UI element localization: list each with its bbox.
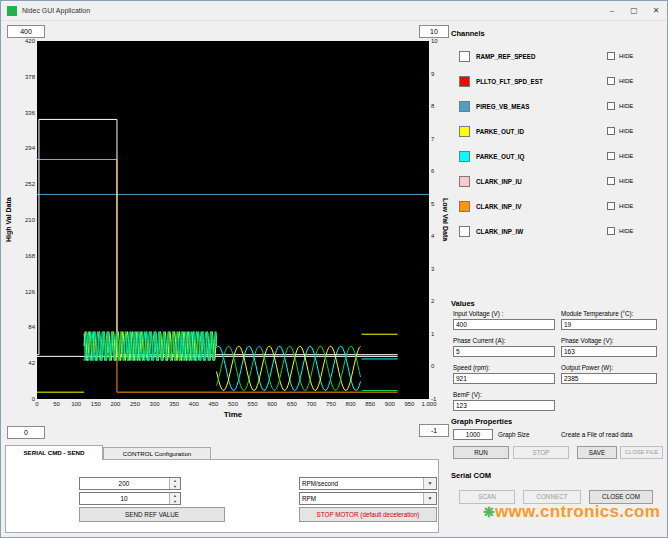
low-min-input[interactable]: -1 [419,424,449,437]
hide-checkbox[interactable] [607,152,615,160]
phase-current-field[interactable]: 5 [453,346,555,357]
ref-value-arrows[interactable]: ▲▼ [169,478,180,489]
tick-label: 750 [326,401,336,407]
speed-field[interactable]: 921 [453,373,555,384]
stop-button[interactable]: STOP [513,446,569,459]
create-file-label: Create a File of read data [561,431,632,438]
channel-label: CLARK_INP_IU [476,178,522,185]
field-label: BemF (V): [453,391,482,398]
tick-label: 210 [17,217,35,223]
channels-title: Channels [451,29,485,38]
high-min-input[interactable]: 0 [7,426,45,439]
unit2-value: RPM [302,493,422,504]
stop-motor-button[interactable]: STOP MOTOR (default deceleration) [299,507,437,522]
phase-voltage-field[interactable]: 163 [561,346,657,357]
tick-label: 100 [71,401,81,407]
hide-checkbox[interactable] [607,52,615,60]
channel-row: CLARK_INP_IW HIDE [449,226,665,239]
unit2-dropdown[interactable]: RPM ▼ [299,492,437,505]
ramp-value-arrows[interactable]: ▲▼ [169,493,180,504]
tick-label: 252 [17,181,35,187]
app-window: Nidec GUI Application – ▢ ✕ 400 10 0 -1 … [0,0,668,538]
channel-color-swatch [459,151,470,162]
minimize-button[interactable]: – [601,1,623,20]
output-power-field[interactable]: 2385 [561,373,657,384]
tick-label: 3 [431,266,443,272]
channel-label: CLARK_INP_IV [476,203,522,210]
channel-color-swatch [459,176,470,187]
field-label: Input Voltage (V) : [453,310,503,317]
hide-label: HIDE [619,203,633,209]
close-file-button[interactable]: CLOSE FILE [620,446,663,459]
module-temperature-field[interactable]: 19 [561,319,657,330]
tick-label: 0 [35,401,38,407]
channel-color-swatch [459,226,470,237]
left-axis-ticks: 42037833629425221016812684420 [17,41,35,399]
tick-label: 500 [228,401,238,407]
ref-value[interactable]: 200 [80,478,168,489]
hide-checkbox[interactable] [607,202,615,210]
graph-size-input[interactable]: 1000 [453,429,493,440]
hide-checkbox[interactable] [607,177,615,185]
tick-label: 50 [53,401,60,407]
hide-checkbox[interactable] [607,77,615,85]
left-axis-title: High Val Data [5,41,15,399]
channel-row: PIREG_VB_MEAS HIDE [449,101,665,114]
maximize-button[interactable]: ▢ [623,1,645,20]
low-max-input[interactable]: 10 [419,25,449,38]
high-max-input[interactable]: 400 [7,25,45,38]
x-axis-title: Time [37,410,429,419]
tick-label: 378 [17,74,35,80]
hide-label: HIDE [619,178,633,184]
tab-serial-cmd-send[interactable]: SERIAL CMD - SEND [5,445,103,460]
hide-checkbox[interactable] [607,102,615,110]
down-arrow-icon[interactable]: ▼ [170,484,180,490]
channel-row: CLARK_INP_IV HIDE [449,201,665,214]
tick-label: 0 [17,396,35,402]
hide-checkbox[interactable] [607,127,615,135]
channel-row: RAMP_REF_SPEED HIDE [449,51,665,64]
watermark-logo-icon: ❋ [483,504,495,520]
tick-label: 5 [431,201,443,207]
hide-checkbox[interactable] [607,227,615,235]
field-label: Phase Current (A): [453,337,506,344]
bemf-field[interactable]: 123 [453,400,555,411]
hide-label: HIDE [619,103,633,109]
channel-label: PLLTO_FLT_SPD_EST [476,78,543,85]
channel-color-swatch [459,201,470,212]
tick-label: 1 [431,331,443,337]
hide-label: HIDE [619,153,633,159]
run-button[interactable]: RUN [453,446,509,459]
channel-row: PLLTO_FLT_SPD_EST HIDE [449,76,665,89]
tick-label: 42 [17,360,35,366]
tick-label: 700 [306,401,316,407]
unit1-dropdown[interactable]: RPM/second ▼ [299,477,437,490]
tick-label: 168 [17,253,35,259]
tick-label: 900 [385,401,395,407]
tick-label: 400 [189,401,199,407]
ramp-value-stepper[interactable]: 10 ▲▼ [79,492,181,505]
field-label: Phase Voltage (V): [561,337,614,344]
channel-color-swatch [459,126,470,137]
chevron-down-icon[interactable]: ▼ [423,478,436,489]
input-voltage-field[interactable]: 400 [453,319,555,330]
down-arrow-icon[interactable]: ▼ [170,499,180,505]
field-label: Output Power (W): [561,364,613,371]
tick-label: 2 [431,298,443,304]
watermark: ❋www.cntronics.com [483,502,660,522]
plot-svg [37,41,429,399]
tick-label: 550 [248,401,258,407]
chevron-down-icon[interactable]: ▼ [423,493,436,504]
channel-row: PARKE_OUT_IQ HIDE [449,151,665,164]
serial-com-title: Serial COM [451,471,491,480]
channel-label: RAMP_REF_SPEED [476,53,536,60]
close-button[interactable]: ✕ [645,1,667,20]
ref-value-stepper[interactable]: 200 ▲▼ [79,477,181,490]
save-button[interactable]: SAVE [577,446,617,459]
tick-label: 850 [365,401,375,407]
tick-label: 1.000 [421,401,436,407]
send-ref-value-button[interactable]: SEND REF VALUE [79,507,225,522]
ramp-value[interactable]: 10 [80,493,168,504]
tick-label: 350 [169,401,179,407]
tick-label: 450 [208,401,218,407]
